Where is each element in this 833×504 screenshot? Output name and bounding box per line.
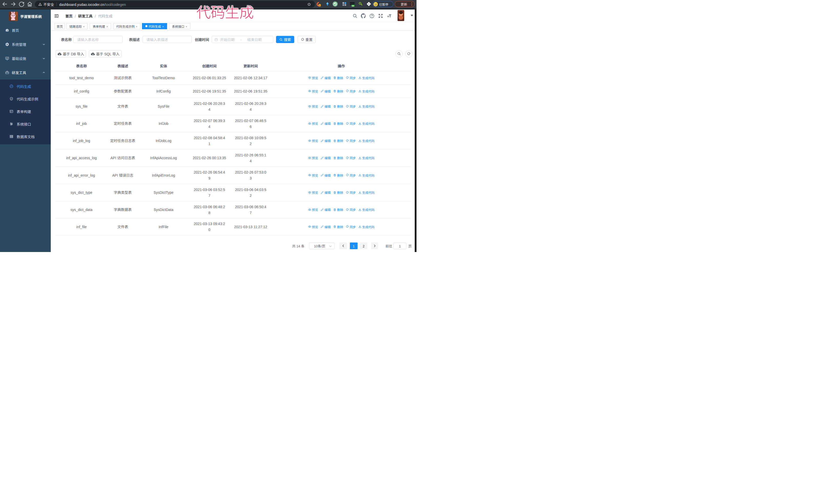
svg-text:on: on: [352, 4, 354, 7]
svg-text:1: 1: [319, 4, 320, 6]
